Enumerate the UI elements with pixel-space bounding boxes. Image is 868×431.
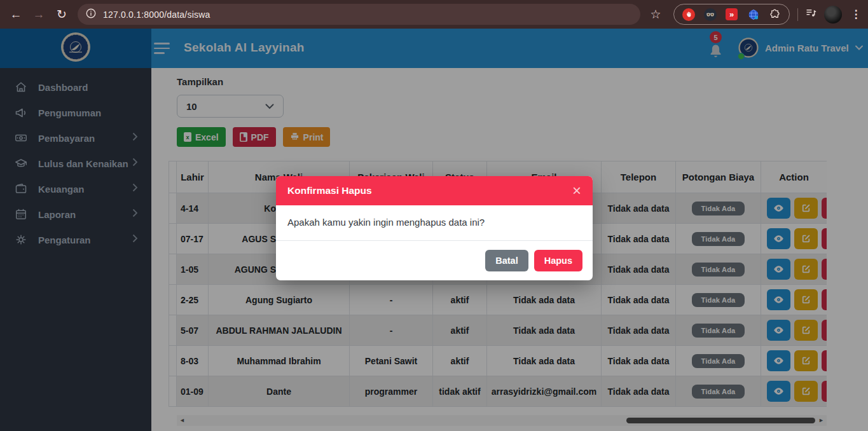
toolbar-divider <box>797 8 798 21</box>
address-bar[interactable]: 127.0.0.1:8000/data/siswa <box>78 4 640 25</box>
cancel-button[interactable]: Batal <box>485 250 528 271</box>
media-playlist-icon[interactable] <box>804 6 818 22</box>
site-info-icon[interactable] <box>85 8 97 22</box>
browser-nav-buttons: ← → ↻ <box>0 4 72 25</box>
modal-footer: Batal Hapus <box>276 241 593 280</box>
bookmark-star-icon[interactable]: ☆ <box>647 7 665 22</box>
browser-menu-icon[interactable]: ⋮ <box>848 8 864 21</box>
modal-header: Konfirmasi Hapus × <box>276 176 593 205</box>
reload-icon[interactable]: ↻ <box>51 4 72 25</box>
delete-confirm-button[interactable]: Hapus <box>534 250 582 271</box>
forward-icon[interactable]: → <box>28 4 50 25</box>
spy-extension-icon[interactable] <box>703 8 717 21</box>
adblock-extension-icon[interactable] <box>682 8 695 21</box>
application-window: ← → ↻ 127.0.0.1:8000/data/siswa ☆ » <box>0 0 868 431</box>
extensions-group: » <box>673 4 790 25</box>
extensions-puzzle-icon[interactable] <box>768 8 782 21</box>
globe-extension-icon[interactable] <box>747 8 760 21</box>
browser-profile-avatar[interactable] <box>824 6 842 24</box>
browser-toolbar: ← → ↻ 127.0.0.1:8000/data/siswa ☆ » <box>0 0 868 29</box>
modal-title: Konfirmasi Hapus <box>287 185 372 196</box>
close-icon[interactable]: × <box>572 183 581 198</box>
browser-controls: ⋮ <box>804 6 864 24</box>
delete-confirmation-modal: Konfirmasi Hapus × Apakah kamu yakin ing… <box>276 176 593 280</box>
modal-message: Apakah kamu yakin ingin menghapus data i… <box>276 205 593 241</box>
url-text: 127.0.0.1:8000/data/siswa <box>103 10 210 20</box>
back-icon[interactable]: ← <box>5 4 27 25</box>
video-speed-extension-icon[interactable]: » <box>725 8 738 21</box>
